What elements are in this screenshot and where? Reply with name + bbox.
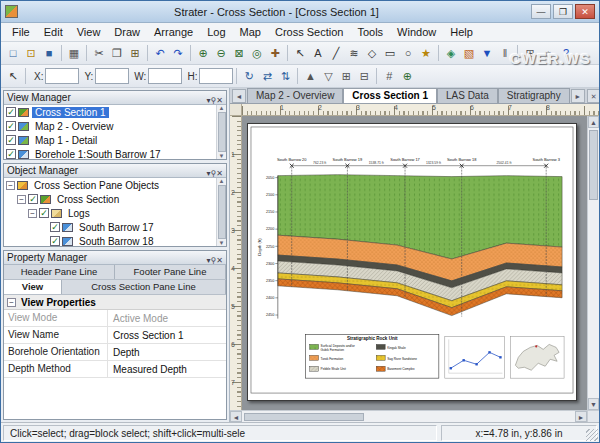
drawing-canvas[interactable]: South Barrow 20South Barrow 19South Barr… bbox=[242, 116, 587, 410]
expander-icon[interactable]: − bbox=[7, 298, 16, 307]
position-field-w[interactable] bbox=[148, 68, 182, 84]
undo-icon[interactable]: ↶ bbox=[151, 44, 169, 62]
close-icon[interactable]: ✕ bbox=[216, 96, 223, 105]
scroll-thumb[interactable] bbox=[218, 185, 226, 239]
symbol-tool-icon[interactable]: ★ bbox=[417, 44, 435, 62]
position-field-h[interactable] bbox=[199, 68, 233, 84]
property-tab-cross-section-pane-line[interactable]: Cross Section Pane Line bbox=[62, 280, 226, 294]
polyline-tool-icon[interactable]: ≋ bbox=[345, 44, 363, 62]
paste-icon[interactable]: ⊞ bbox=[126, 44, 144, 62]
tab-scroll-right-button[interactable]: ► bbox=[571, 89, 585, 103]
maximize-button[interactable]: ❐ bbox=[553, 4, 573, 19]
scroll-up-icon[interactable]: ▲ bbox=[219, 178, 225, 184]
doc-tab-stratigraphy[interactable]: Stratigraphy bbox=[498, 88, 570, 103]
ungroup-icon[interactable]: ⊟ bbox=[355, 67, 373, 85]
doc-tab-las-data[interactable]: LAS Data bbox=[437, 88, 498, 103]
tab-close-button[interactable]: ✕ bbox=[587, 89, 599, 103]
scroll-left-icon[interactable]: ◄ bbox=[230, 411, 242, 422]
view-item-borehole-1-south-barrow-17[interactable]: ✓Borehole 1:South Barrow 17 bbox=[4, 147, 216, 159]
menu-map[interactable]: Map bbox=[233, 24, 268, 40]
view-item-map-1-detail[interactable]: ✓Map 1 - Detail bbox=[4, 133, 216, 147]
save-file-icon[interactable]: ■ bbox=[40, 44, 58, 62]
scroll-down-icon[interactable]: ▼ bbox=[219, 153, 225, 159]
object-item-south-barrow-17[interactable]: ✓South Barrow 17 bbox=[4, 220, 216, 234]
menu-log[interactable]: Log bbox=[200, 24, 232, 40]
object-item-south-barrow-18[interactable]: ✓South Barrow 18 bbox=[4, 234, 216, 246]
scroll-down-icon[interactable]: ▼ bbox=[588, 398, 599, 410]
vertical-scrollbar[interactable]: ▲ ▼ bbox=[587, 116, 599, 410]
redo-icon[interactable]: ↷ bbox=[169, 44, 187, 62]
property-value[interactable]: Depth bbox=[108, 347, 226, 358]
copy-icon[interactable]: ❐ bbox=[108, 44, 126, 62]
line-tool-icon[interactable]: ╱ bbox=[327, 44, 345, 62]
checkbox[interactable]: ✓ bbox=[50, 222, 60, 232]
object-item-logs[interactable]: −✓Logs bbox=[4, 206, 216, 220]
menu-draw[interactable]: Draw bbox=[107, 24, 147, 40]
checkbox[interactable]: ✓ bbox=[6, 107, 16, 117]
property-value[interactable]: Active Mode bbox=[108, 313, 226, 324]
expander-icon[interactable]: − bbox=[17, 195, 26, 204]
polygon-tool-icon[interactable]: ◇ bbox=[363, 44, 381, 62]
menu-view[interactable]: View bbox=[70, 24, 108, 40]
view-manager-header[interactable]: View Manager ▾⚲✕ bbox=[4, 91, 226, 105]
checkbox[interactable]: ✓ bbox=[50, 236, 60, 246]
menu-arrange[interactable]: Arrange bbox=[147, 24, 200, 40]
zoom-window-icon[interactable]: ⊠ bbox=[230, 44, 248, 62]
zoom-out-icon[interactable]: ⊖ bbox=[212, 44, 230, 62]
property-manager-header[interactable]: Property Manager ▾⚲✕ bbox=[4, 251, 226, 265]
zoom-fit-icon[interactable]: ◎ bbox=[248, 44, 266, 62]
scroll-right-icon[interactable]: ► bbox=[575, 411, 587, 422]
checkbox[interactable]: ✓ bbox=[6, 121, 16, 131]
scroll-up-icon[interactable]: ▲ bbox=[588, 116, 599, 128]
resize-grip[interactable] bbox=[586, 429, 598, 441]
select-tool-icon[interactable]: ↖ bbox=[291, 44, 309, 62]
cut-icon[interactable]: ✂ bbox=[90, 44, 108, 62]
doc-tab-cross-section-1[interactable]: Cross Section 1 bbox=[343, 88, 437, 103]
cross-section-drawing[interactable]: South Barrow 20South Barrow 19South Barr… bbox=[248, 124, 576, 400]
object-manager-header[interactable]: Object Manager ▾⚲✕ bbox=[4, 164, 226, 178]
flip-vertical-icon[interactable]: ⇅ bbox=[276, 67, 294, 85]
ellipse-tool-icon[interactable]: ○ bbox=[399, 44, 417, 62]
borehole-view-icon[interactable]: ▼ bbox=[478, 44, 496, 62]
view-item-cross-section-1[interactable]: ✓Cross Section 1 bbox=[4, 105, 216, 119]
snap-grid-icon[interactable]: # bbox=[380, 67, 398, 85]
pan-icon[interactable]: ✚ bbox=[266, 44, 284, 62]
menu-edit[interactable]: Edit bbox=[37, 24, 70, 40]
group-icon[interactable]: ⊞ bbox=[337, 67, 355, 85]
property-tab-view[interactable]: View bbox=[4, 280, 62, 294]
menu-tools[interactable]: Tools bbox=[350, 24, 390, 40]
cross-section-page[interactable]: South Barrow 20South Barrow 19South Barr… bbox=[247, 123, 577, 401]
rectangle-tool-icon[interactable]: ▭ bbox=[381, 44, 399, 62]
print-icon[interactable]: ▦ bbox=[65, 44, 83, 62]
scroll-thumb[interactable] bbox=[244, 413, 364, 421]
menu-help[interactable]: Help bbox=[443, 24, 480, 40]
cross-section-view-icon[interactable]: ▧ bbox=[460, 44, 478, 62]
open-file-icon[interactable]: ⊡ bbox=[22, 44, 40, 62]
close-button[interactable]: ✕ bbox=[575, 4, 595, 19]
property-tab-footer-pane-line[interactable]: Footer Pane Line bbox=[115, 265, 226, 279]
zoom-level-icon[interactable]: ⊕ bbox=[398, 67, 416, 85]
scroll-thumb[interactable] bbox=[589, 130, 598, 200]
menu-file[interactable]: File bbox=[5, 24, 37, 40]
position-field-x[interactable] bbox=[45, 68, 79, 84]
property-value[interactable]: Measured Depth bbox=[108, 364, 226, 375]
flip-horizontal-icon[interactable]: ⇄ bbox=[258, 67, 276, 85]
expander-icon[interactable]: − bbox=[28, 209, 37, 218]
bring-to-front-icon[interactable]: ▲ bbox=[301, 67, 319, 85]
checkbox[interactable]: ✓ bbox=[28, 194, 38, 204]
minimize-button[interactable]: — bbox=[531, 4, 551, 19]
position-field-y[interactable] bbox=[95, 68, 129, 84]
view-item-map-2-overview[interactable]: ✓Map 2 - Overview bbox=[4, 119, 216, 133]
pointer-icon[interactable]: ↖ bbox=[4, 67, 22, 85]
checkbox[interactable]: ✓ bbox=[6, 149, 16, 159]
close-icon[interactable]: ✕ bbox=[216, 256, 223, 265]
title-bar[interactable]: Strater - Cross Section - [Cross Section… bbox=[1, 1, 599, 23]
tab-scroll-left-button[interactable]: ◄ bbox=[232, 89, 246, 103]
text-tool-icon[interactable]: A bbox=[309, 44, 327, 62]
send-to-back-icon[interactable]: ▽ bbox=[319, 67, 337, 85]
property-value[interactable]: Cross Section 1 bbox=[108, 330, 226, 341]
expander-icon[interactable]: − bbox=[6, 181, 15, 190]
checkbox[interactable]: ✓ bbox=[39, 208, 49, 218]
horizontal-scrollbar[interactable]: ◄ ► bbox=[230, 410, 587, 422]
menu-cross-section[interactable]: Cross Section bbox=[268, 24, 350, 40]
